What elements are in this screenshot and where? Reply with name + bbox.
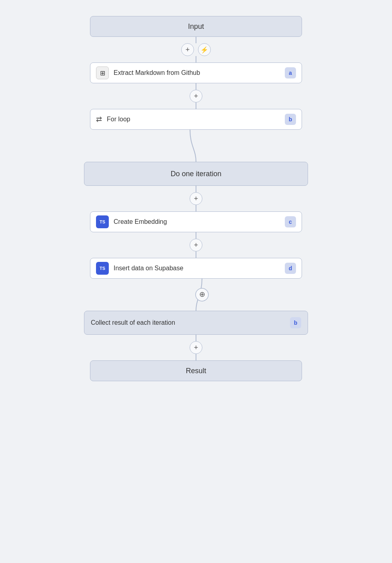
connector-after-extract: + xyxy=(190,83,202,109)
curved-connector-svg xyxy=(84,130,308,162)
insert-data-label: Insert data on Supabase xyxy=(114,265,183,272)
flash-button-1[interactable]: ⚡ xyxy=(198,43,211,56)
connector-after-iteration: + xyxy=(190,186,202,211)
add-icon-2: + xyxy=(194,92,198,101)
ts-label-1: TS xyxy=(100,219,105,224)
collect-result-node[interactable]: Collect result of each iteration b xyxy=(84,311,308,335)
add-button-5[interactable]: + xyxy=(190,341,202,354)
result-node-label: Result xyxy=(186,367,206,375)
line-1 xyxy=(196,37,196,43)
input-node-label: Input xyxy=(188,22,204,31)
collect-result-badge: b xyxy=(290,317,301,328)
create-embedding-badge: c xyxy=(285,216,296,227)
insert-data-inner: TS Insert data on Supabase xyxy=(96,262,285,275)
extract-markdown-badge: a xyxy=(285,67,296,78)
extract-markdown-label: Extract Markdown from Github xyxy=(114,69,200,76)
line-7 xyxy=(196,232,196,239)
create-embedding-node[interactable]: TS Create Embedding c xyxy=(90,211,302,232)
flash-icon-1: ⚡ xyxy=(200,46,208,54)
line-9 xyxy=(196,335,196,341)
do-iteration-label: Do one iteration xyxy=(170,170,221,178)
connector-after-input: + ⚡ xyxy=(181,37,211,62)
ts-icon-badge-1: TS xyxy=(96,215,109,228)
add-button-1[interactable]: + xyxy=(181,43,194,56)
add-icon-5: + xyxy=(194,344,198,352)
insert-data-node[interactable]: TS Insert data on Supabase d xyxy=(90,258,302,279)
add-button-4[interactable]: + xyxy=(190,239,202,251)
flow-canvas: Input + ⚡ ⊞ Extract Markdown from Github… xyxy=(76,16,316,381)
curved-connector-group-2: ⊕ xyxy=(76,279,316,311)
create-embedding-label: Create Embedding xyxy=(114,218,167,225)
for-loop-badge: b xyxy=(285,114,296,125)
add-icon-1: + xyxy=(186,46,190,54)
ts-label-2: TS xyxy=(100,266,105,271)
ts-icon-badge-2: TS xyxy=(96,262,109,275)
svg-text:⊕: ⊕ xyxy=(199,290,205,298)
do-iteration-node[interactable]: Do one iteration xyxy=(84,162,308,186)
collect-result-label: Collect result of each iteration xyxy=(91,319,175,326)
double-button-group: + ⚡ xyxy=(181,43,211,56)
add-icon-4: + xyxy=(194,241,198,249)
add-icon-3: + xyxy=(194,195,198,203)
curved-connector-group xyxy=(76,130,316,162)
for-loop-node[interactable]: ⇄ For loop b xyxy=(90,109,302,130)
insert-data-badge: d xyxy=(285,263,296,274)
connector-after-collect: + xyxy=(190,335,202,360)
extract-markdown-inner: ⊞ Extract Markdown from Github xyxy=(96,66,285,79)
line-3 xyxy=(196,83,196,90)
create-embedding-inner: TS Create Embedding xyxy=(96,215,285,228)
line-4 xyxy=(196,103,196,109)
line-5 xyxy=(196,186,196,192)
grid-icon-badge: ⊞ xyxy=(96,66,109,79)
loop-icon: ⇄ xyxy=(96,115,102,124)
curved-connector-svg-2: ⊕ xyxy=(84,279,308,311)
line-8 xyxy=(196,251,196,258)
connector-after-embedding: + xyxy=(190,232,202,258)
grid-icon: ⊞ xyxy=(100,69,105,77)
line-2 xyxy=(196,56,196,62)
for-loop-inner: ⇄ For loop xyxy=(96,115,285,124)
add-button-3[interactable]: + xyxy=(190,192,202,205)
line-10 xyxy=(196,354,196,360)
for-loop-label: For loop xyxy=(107,116,130,123)
result-node[interactable]: Result xyxy=(90,360,302,381)
line-6 xyxy=(196,205,196,211)
add-button-2[interactable]: + xyxy=(190,90,202,103)
input-node[interactable]: Input xyxy=(90,16,302,37)
extract-markdown-node[interactable]: ⊞ Extract Markdown from Github a xyxy=(90,62,302,83)
